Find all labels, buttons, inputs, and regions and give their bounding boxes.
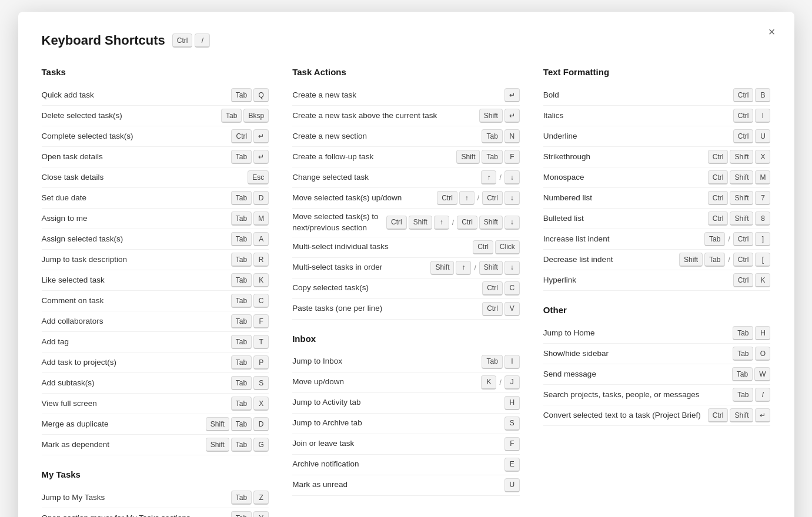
key-badge: ↑ — [459, 191, 474, 205]
shortcut-label: Complete selected task(s) — [42, 131, 232, 142]
key-badge: ↑ — [456, 261, 471, 275]
text-formatting-section-title: Text Formatting — [543, 67, 771, 77]
key-badge: Ctrl — [473, 240, 493, 254]
shortcut-row: Bulleted listCtrlShift8 — [543, 209, 771, 229]
ctrl-key: Ctrl — [172, 33, 193, 48]
shortcut-label: Show/hide sidebar — [543, 348, 733, 360]
shortcut-row: Complete selected task(s)Ctrl↵ — [42, 126, 269, 147]
key-separator: / — [727, 235, 731, 243]
key-badge: F — [504, 150, 520, 164]
shortcut-row: Assign selected task(s)TabA — [42, 229, 269, 250]
shortcut-row: Move selected task(s) to next/previous s… — [292, 209, 520, 237]
shortcut-label: Send message — [543, 369, 732, 380]
key-badge: ] — [755, 232, 770, 246]
key-badge: ↵ — [755, 408, 770, 422]
tasks-section-title: Tasks — [42, 67, 269, 77]
key-badge: M — [253, 212, 269, 226]
key-badge: Tab — [733, 347, 753, 361]
shortcut-row: Create a new task above the current task… — [292, 106, 520, 126]
shortcut-row: Join or leave taskF — [292, 434, 520, 455]
key-badge: Tab — [704, 253, 725, 267]
key-badge: ↵ — [253, 129, 269, 143]
shortcut-label: Quick add task — [42, 90, 231, 101]
tasks-rows: Quick add taskTabQDelete selected task(s… — [42, 85, 269, 455]
shortcut-row: Jump to My TasksTabZ — [42, 488, 269, 508]
close-button[interactable]: × — [764, 24, 780, 40]
modal-shortcut-display: Ctrl / — [172, 33, 210, 48]
key-badge: ↵ — [253, 150, 269, 164]
key-badge: ↵ — [504, 109, 520, 123]
key-badge: M — [755, 170, 770, 184]
shortcut-row: Quick add taskTabQ — [42, 85, 269, 106]
key-badge: Ctrl — [386, 216, 407, 230]
shortcut-label: Bulleted list — [543, 213, 708, 224]
shortcut-label: Join or leave task — [292, 438, 504, 449]
shortcut-label: Move selected task(s) to next/previous s… — [292, 212, 386, 234]
shortcut-label: Jump to task description — [42, 254, 231, 266]
key-badge: Ctrl — [733, 129, 754, 143]
shortcut-row: Add tagTabT — [42, 332, 269, 352]
shortcut-label: Assign to me — [42, 213, 231, 224]
shortcut-row: ItalicsCtrlI — [543, 106, 771, 126]
key-badge: F — [253, 314, 269, 328]
shortcut-label: Add tag — [42, 337, 231, 348]
columns-container: Tasks Quick add taskTabQDelete selected … — [42, 67, 771, 517]
key-badge: V — [504, 302, 520, 316]
key-badge: Tab — [231, 191, 252, 205]
key-badge: S — [504, 417, 520, 431]
shortcut-label: Change selected task — [292, 172, 481, 183]
key-badge: Tab — [231, 376, 252, 390]
key-badge: Tab — [231, 294, 252, 308]
shortcut-row: Create a new task↵ — [292, 85, 520, 106]
shortcut-label: Decrease list indent — [543, 254, 679, 266]
shortcut-row: Close task detailsEsc — [42, 167, 269, 188]
shortcut-row: Numbered listCtrlShift7 — [543, 188, 771, 209]
shortcut-label: Open section mover for My Tasks sections — [42, 513, 231, 517]
key-badge: Tab — [231, 273, 252, 287]
shortcut-row: Merge as duplicateShiftTabD — [42, 414, 269, 435]
key-badge: Ctrl — [708, 170, 729, 184]
key-badge: Shift — [206, 417, 229, 431]
key-badge: C — [504, 281, 520, 296]
key-badge: Shift — [730, 150, 753, 164]
shortcut-row: MonospaceCtrlShiftM — [543, 167, 771, 188]
key-badge: ↓ — [504, 191, 520, 205]
shortcut-row: Add subtask(s)TabS — [42, 373, 269, 394]
key-badge: Bksp — [243, 109, 269, 123]
other-section-title: Other — [543, 305, 771, 315]
shortcut-label: Move up/down — [292, 377, 481, 388]
key-badge: G — [253, 438, 269, 452]
key-badge: 7 — [755, 191, 770, 205]
key-badge: O — [755, 347, 770, 361]
inbox-rows: Jump to InboxTabIMove up/downK/JJump to … — [292, 352, 520, 496]
key-badge: Tab — [221, 109, 242, 123]
key-badge: / — [755, 388, 770, 402]
key-badge: Tab — [482, 129, 502, 143]
key-badge: Ctrl — [733, 232, 754, 246]
key-badge: Ctrl — [482, 191, 503, 205]
key-badge: Esc — [248, 170, 269, 184]
shortcut-row: Move up/downK/J — [292, 372, 520, 393]
shortcut-row: StrikethroughCtrlShiftX — [543, 147, 771, 167]
key-badge: Ctrl — [482, 281, 503, 296]
shortcut-label: Jump to Activity tab — [292, 397, 504, 408]
task-actions-rows: Create a new task↵Create a new task abov… — [292, 85, 520, 320]
key-badge: Ctrl — [733, 273, 754, 287]
shortcut-row: Increase list indentTab/Ctrl] — [543, 229, 771, 250]
modal-title: Keyboard Shortcuts — [42, 33, 165, 48]
key-badge: Shift — [730, 408, 753, 422]
key-badge: Tab — [231, 355, 252, 370]
key-badge: Shift — [679, 253, 703, 267]
key-separator: / — [476, 194, 480, 202]
key-badge: Ctrl — [708, 212, 729, 226]
shortcut-label: Convert selected text to a task (Project… — [543, 410, 708, 421]
key-badge: Ctrl — [708, 150, 729, 164]
shortcut-label: Multi-select individual tasks — [292, 241, 473, 253]
my-tasks-section-title: My Tasks — [42, 469, 269, 479]
key-badge: Shift — [479, 261, 503, 275]
key-badge: K — [481, 375, 496, 390]
key-badge: X — [253, 397, 269, 411]
shortcut-label: Copy selected task(s) — [292, 283, 482, 294]
key-badge: H — [504, 396, 520, 410]
shortcut-row: Like selected taskTabK — [42, 270, 269, 291]
